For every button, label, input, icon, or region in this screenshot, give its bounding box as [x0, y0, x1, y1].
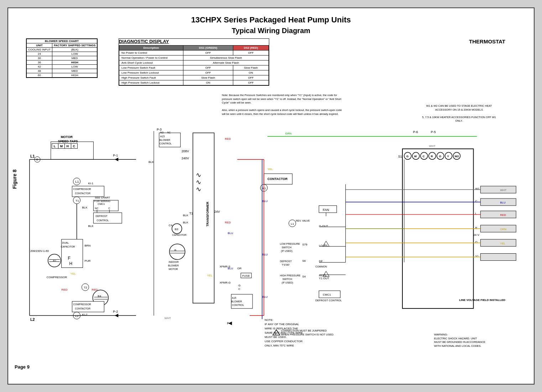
svg-text:∿: ∿: [196, 186, 201, 193]
svg-text:W: W: [414, 155, 417, 158]
defrost-ctrl-bot-label: DEFROST CONTROL: [316, 299, 342, 302]
transformer-label: TRANSFORMER: [206, 202, 209, 227]
a15-top-label: A15: [160, 135, 165, 138]
common-label: COMMON: [316, 265, 327, 268]
lp-switch-label3: (IF USED): [281, 250, 292, 253]
svg-text:RED: RED: [225, 137, 231, 141]
motor-speed-label: MOTOR: [61, 135, 73, 139]
svg-text:B4: B4: [98, 295, 101, 298]
svg-text:C: C: [108, 207, 110, 210]
svg-text:NC: NC: [95, 207, 98, 210]
defrost-ctrl-label: DEFROST: [95, 215, 108, 217]
blower-ctrl-top: BLOWER: [160, 139, 170, 141]
p3-label: P-3: [157, 128, 162, 131]
rev-valve-label: REV. VALVE: [296, 219, 310, 222]
cmc1-top-label: CMC1: [98, 203, 105, 205]
svg-text:WHT: WHT: [165, 317, 171, 320]
svg-text:L1: L1: [75, 180, 79, 184]
svg-text:L: L: [54, 144, 56, 148]
indoor-blower-label2: BLOWER: [168, 264, 179, 267]
svg-marker-52: [115, 314, 118, 317]
svg-text:L1: L1: [291, 222, 294, 226]
svg-text:!: !: [325, 244, 325, 246]
svg-text:∿: ∿: [196, 179, 201, 186]
208v-label: 208V: [182, 149, 189, 153]
a15-bot-label: A15: [232, 297, 236, 299]
page-container: 13CHPX Series Packaged Heat Pump Units T…: [7, 7, 535, 385]
wiring-diagram-svg: L1 ⊘ L2 MOTOR SPEED TAPS L M H C: [15, 38, 527, 359]
bottom-note: NOTE: IF ANY OF THE ORIGINAL WIRE IS REP…: [265, 318, 357, 348]
warning-note-text: WARNING- ELECTRIC SHOCK HAZARD. UNIT MUS…: [434, 333, 505, 348]
24v-label: 24V: [214, 210, 220, 213]
svg-text:NC: NC: [167, 131, 171, 134]
blk-label1: BLK: [82, 206, 88, 209]
orn-label1: ORN: [500, 228, 506, 231]
240v-label: 240V: [182, 157, 189, 160]
comp-cont-bot-label: COMPRESSOR: [73, 303, 91, 306]
svg-text:OR: OR: [237, 267, 241, 270]
svg-text:WHT: WHT: [429, 144, 436, 148]
s4-label: S4: [302, 275, 306, 278]
svg-text:PUR: PUR: [84, 259, 90, 263]
t1-transformer: T1: [189, 212, 193, 215]
svg-rect-122: [480, 211, 516, 218]
o-out-label: O-OUT: [319, 224, 328, 228]
svg-text:T1: T1: [76, 199, 79, 202]
defrost-ctrl-label2: CONTROL: [97, 219, 109, 222]
svg-text:BLK: BLK: [88, 224, 94, 228]
svg-marker-16: [115, 158, 118, 161]
y1-out-label: Y1 OUT: [319, 277, 329, 280]
svg-text:NO: NO: [160, 131, 164, 134]
svg-text:BLK: BLK: [148, 160, 154, 164]
svg-text:R: R: [431, 155, 433, 158]
svg-text:C4: C4: [169, 224, 173, 227]
svg-text:G: G: [406, 155, 408, 158]
svg-text:GRN: GRN: [285, 132, 292, 135]
bottom-note-text: NOTE: IF ANY OF THE ORIGINAL WIRE IS REP…: [265, 318, 357, 348]
df-label: DF: [319, 260, 323, 263]
wht-label1: WHT: [500, 189, 506, 192]
svg-text:H: H: [69, 261, 73, 266]
svg-text:K1: K1: [262, 187, 266, 190]
24v-right-label: 24 V: [473, 233, 479, 237]
lp-switch-label2: SWITCH: [282, 246, 291, 249]
svg-rect-123: [480, 225, 516, 232]
compressor-contactor-top: COMPRESSOR: [73, 188, 91, 190]
svg-text:⊘: ⊘: [36, 158, 38, 161]
svg-text:B: B: [174, 249, 176, 252]
svg-rect-55: [193, 133, 214, 303]
diagram-area: BLOWER SPEED CHART UNIT FACTORY SHIPPED …: [15, 38, 527, 359]
hp-switch-label: HIGH PRESSURE: [280, 274, 301, 277]
s1-label: S1: [398, 155, 402, 158]
fuse-label: FUSE: [242, 274, 250, 277]
defrost-tstat-label: DEFROST: [280, 260, 292, 263]
svg-text:W2: W2: [455, 155, 459, 158]
p1-label: P-1: [113, 154, 118, 157]
svg-text:RED: RED: [62, 288, 68, 291]
svg-text:BLU: BLU: [228, 232, 233, 235]
indoor-blower-label: INDOOR: [169, 261, 179, 263]
xfmr-s-label: XFMR-S: [219, 265, 230, 268]
svg-text:C: C: [238, 287, 240, 291]
svg-rect-121: [480, 198, 516, 206]
yel-label1: YEL: [500, 242, 506, 245]
s79-label: S79: [302, 243, 308, 246]
capacitor-label: CAPACITOR: [172, 234, 187, 236]
svg-text:YEL: YEL: [71, 272, 76, 275]
hp-switch-label2: SWITCH: [282, 278, 292, 280]
svg-text:BLU: BLU: [262, 295, 268, 298]
svg-text:B1: B1: [53, 260, 57, 263]
svg-text:G: G: [238, 284, 240, 287]
svg-point-69: [170, 244, 185, 260]
svg-text:BRN: BRN: [84, 244, 90, 247]
svg-rect-125: [480, 254, 516, 261]
hi-ps-label: HI-PS: [319, 274, 327, 277]
dual-cap-label2: CAPACITOR: [61, 245, 75, 248]
svg-text:BLU: BLU: [262, 200, 268, 203]
svg-text:BLU: BLU: [262, 253, 268, 256]
blower-ctrl-bot: BLOWER: [231, 300, 242, 303]
contactor-label: CONTACTOR: [267, 177, 288, 181]
p5-label: P-5: [431, 130, 436, 134]
blu-label1: BLU: [500, 201, 506, 204]
cmc1-bot-label: CMC1: [323, 293, 331, 296]
